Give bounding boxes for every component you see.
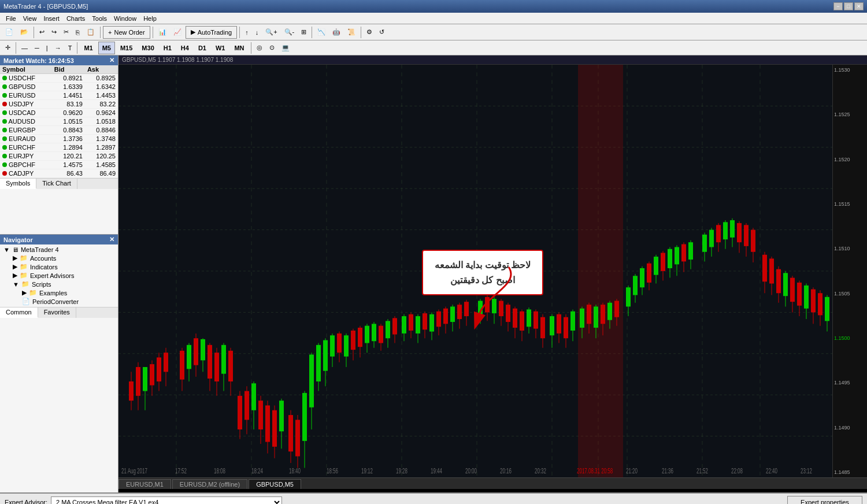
period-m30[interactable]: M30 xyxy=(138,42,158,54)
menu-tools[interactable]: Tools xyxy=(88,14,110,23)
toolbar-properties[interactable]: ⊞ xyxy=(298,26,309,39)
ea-toolbar: Expert Advisor: 2 MA Crosses Mega filter… xyxy=(0,494,867,504)
toolbar-zoom-out[interactable]: 🔍- xyxy=(281,26,298,39)
menu-window[interactable]: Window xyxy=(110,14,140,23)
market-watch-row[interactable]: EURAUD 1.3736 1.3748 xyxy=(0,135,118,143)
toolbar-open[interactable]: 📂 xyxy=(17,26,31,39)
market-watch-row[interactable]: EURGBP 0.8843 0.8846 xyxy=(0,126,118,135)
nav-item-scripts[interactable]: ▼ 📁 Scripts xyxy=(10,280,117,288)
nav-item-indicators[interactable]: ▶ 📁 Indicators xyxy=(10,262,117,271)
period-m1[interactable]: M1 xyxy=(80,42,97,54)
svg-rect-113 xyxy=(464,302,469,316)
toolbar-paste[interactable]: 📋 xyxy=(84,26,98,39)
mw-bid: 0.8843 xyxy=(52,126,85,135)
tab-favorites[interactable]: Favorites xyxy=(38,307,76,318)
svg-text:17:52: 17:52 xyxy=(175,466,187,475)
chart-canvas[interactable]: 21 Aug 2017 17:52 18:08 18:24 18:40 18:5… xyxy=(118,65,867,477)
svg-rect-170 xyxy=(675,247,679,264)
toolbar-experts[interactable]: 🤖 xyxy=(329,26,343,39)
svg-rect-65 xyxy=(295,420,300,456)
nav-item-examples[interactable]: ▶ 📁 Examples xyxy=(20,288,117,297)
toolbar-indicators[interactable]: 📉 xyxy=(314,26,328,39)
period-h1[interactable]: H1 xyxy=(160,42,176,54)
menu-file[interactable]: File xyxy=(2,14,20,23)
chart-tab-eurusd-m1[interactable]: EURUSD,M1 xyxy=(118,479,171,489)
nav-expand-mt4: ▼ xyxy=(3,246,10,253)
text-tool[interactable]: T xyxy=(65,42,75,54)
market-watch-row[interactable]: GBPCHF 1.4575 1.4585 xyxy=(0,161,118,169)
menu-help[interactable]: Help xyxy=(140,14,160,23)
toolbar-chart2[interactable]: 📈 xyxy=(171,26,184,39)
title-text: MetaTrader 4 - [GBPUSD,M5] xyxy=(3,3,88,10)
market-watch-row[interactable]: EURUSD 1.4451 1.4453 xyxy=(0,91,118,100)
mw-ask: 1.3748 xyxy=(85,135,118,143)
svg-rect-208 xyxy=(818,293,822,315)
toolbar-undo[interactable]: ↩ xyxy=(36,26,47,39)
chart-tab-eurusd-m2[interactable]: EURUSD,M2 (offline) xyxy=(172,479,247,489)
tab-common[interactable]: Common xyxy=(0,307,38,318)
nav-item-mt4[interactable]: ▼ 🖥 MetaTrader 4 xyxy=(1,246,117,254)
period-d1[interactable]: D1 xyxy=(194,42,210,54)
minimize-button[interactable]: − xyxy=(833,2,843,10)
crosshair-tool[interactable]: ✛ xyxy=(2,42,13,54)
market-watch-row[interactable]: USDCHF 0.8921 0.8925 xyxy=(0,74,118,83)
close-button[interactable]: ✕ xyxy=(854,2,864,10)
market-watch-row[interactable]: EURJPY 120.21 120.25 xyxy=(0,152,118,161)
chart-tabs: EURUSD,M1 EURUSD,M2 (offline) GBPUSD,M5 xyxy=(118,477,867,489)
toolbar-extra2[interactable]: ⊙ xyxy=(266,42,277,54)
toolbar-scripts[interactable]: 📜 xyxy=(344,26,358,39)
market-watch-row[interactable]: AUDUSD 1.0515 1.0518 xyxy=(0,117,118,126)
toolbar-buy[interactable]: ↑ xyxy=(242,26,251,39)
menu-bar: File View Insert Charts Tools Window Hel… xyxy=(0,13,867,24)
market-watch-row[interactable]: USDCAD 0.9620 0.9624 xyxy=(0,109,118,117)
toolbar-refresh[interactable]: ↺ xyxy=(376,26,387,39)
arrow-tool[interactable]: → xyxy=(52,42,64,54)
maximize-button[interactable]: □ xyxy=(844,2,853,10)
toolbar-extra1[interactable]: ◎ xyxy=(254,42,265,54)
period-m15[interactable]: M15 xyxy=(116,42,136,54)
vertical-line-tool[interactable]: | xyxy=(43,42,51,54)
svg-rect-182 xyxy=(723,222,728,239)
nav-item-accounts[interactable]: ▶ 📁 Accounts xyxy=(10,254,117,262)
line-tool[interactable]: — xyxy=(18,42,31,54)
autotrading-button[interactable]: ▶ AutoTrading xyxy=(186,26,238,39)
nav-icon-experts: 📁 xyxy=(20,272,28,279)
toolbar-redo[interactable]: ↪ xyxy=(49,26,60,39)
period-mn[interactable]: MN xyxy=(230,42,248,54)
expert-properties-button[interactable]: Expert properties xyxy=(787,496,862,504)
period-m5[interactable]: M5 xyxy=(98,42,115,54)
toolbar-settings[interactable]: ⚙ xyxy=(364,26,375,39)
sep5 xyxy=(312,27,312,38)
chart-tab-gbpusd-m5[interactable]: GBPUSD,M5 xyxy=(249,479,301,489)
nav-item-experts[interactable]: ▶ 📁 Expert Advisors xyxy=(10,271,117,280)
svg-rect-21 xyxy=(129,381,134,401)
market-watch-row[interactable]: EURCHF 1.2894 1.2897 xyxy=(0,143,118,152)
period-h4[interactable]: H4 xyxy=(177,42,193,54)
tab-symbols[interactable]: Symbols xyxy=(0,179,36,189)
nav-item-period-converter[interactable]: 📄 PeriodConverter xyxy=(20,297,117,306)
market-watch-row[interactable]: USDJPY 83.19 83.22 xyxy=(0,100,118,109)
toolbar-chart1[interactable]: 📊 xyxy=(155,26,169,39)
toolbar-terminal[interactable]: 💻 xyxy=(279,42,292,54)
market-watch-row[interactable]: GBPUSD 1.6339 1.6342 xyxy=(0,83,118,91)
toolbar-zoom-in[interactable]: 🔍+ xyxy=(262,26,280,39)
ea-dropdown[interactable]: 2 MA Crosses Mega filter EA V1.ex4 xyxy=(51,496,282,504)
svg-rect-146 xyxy=(587,305,591,324)
tab-tick-chart[interactable]: Tick Chart xyxy=(36,179,77,189)
direction-dot xyxy=(2,128,7,132)
svg-rect-51 xyxy=(244,391,249,420)
menu-charts[interactable]: Charts xyxy=(63,14,88,23)
market-watch-close[interactable]: ✕ xyxy=(109,57,114,64)
new-order-button[interactable]: + New Order xyxy=(103,26,150,39)
toolbar-copy[interactable]: ⎘ xyxy=(73,26,83,39)
navigator-close[interactable]: ✕ xyxy=(109,236,114,243)
period-w1[interactable]: W1 xyxy=(212,42,229,54)
menu-view[interactable]: View xyxy=(20,14,40,23)
svg-rect-204 xyxy=(804,286,809,309)
horizontal-line-tool[interactable]: ─ xyxy=(32,42,42,54)
toolbar-cut[interactable]: ✂ xyxy=(61,26,72,39)
toolbar-sell[interactable]: ↓ xyxy=(253,26,262,39)
market-watch-row[interactable]: CADJPY 86.43 86.49 xyxy=(0,169,118,178)
menu-insert[interactable]: Insert xyxy=(40,14,63,23)
toolbar-new[interactable]: 📄 xyxy=(2,26,16,39)
